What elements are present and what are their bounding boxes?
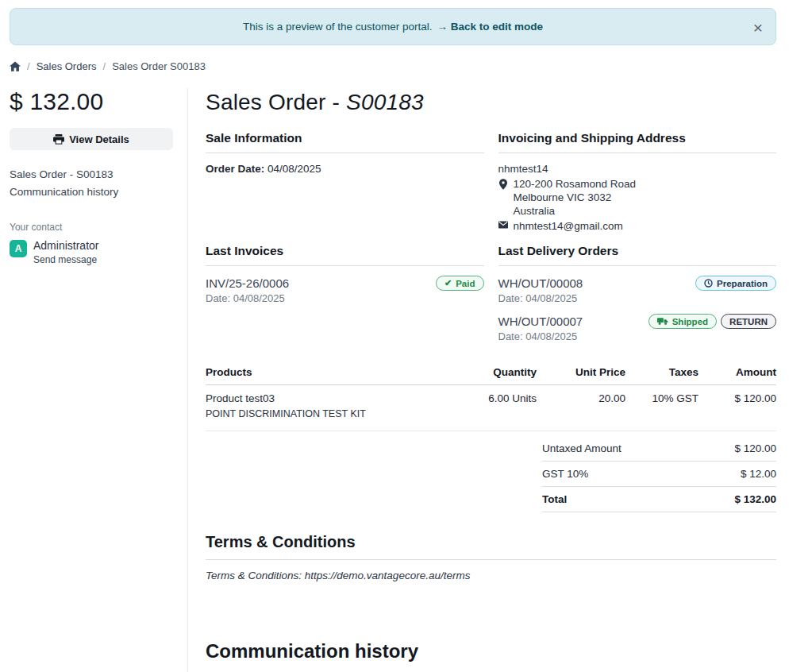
status-badge-paid: ✔ Paid bbox=[436, 276, 484, 291]
total-row: Total $ 132.00 bbox=[542, 487, 776, 512]
truck-icon bbox=[657, 317, 668, 326]
delivery-link[interactable]: WH/OUT/00007 bbox=[498, 315, 583, 328]
col-taxes: Taxes bbox=[625, 366, 698, 384]
delivery-date: Date: 04/08/2025 bbox=[498, 330, 777, 342]
customer-name: nhmtest14 bbox=[498, 163, 777, 176]
untaxed-amount-row: Untaxed Amount $ 120.00 bbox=[542, 436, 776, 462]
status-badge-shipped: Shipped bbox=[648, 314, 717, 329]
delivery-entry: WH/OUT/00008 Preparation Date: 04/ bbox=[498, 276, 777, 304]
delivery-link[interactable]: WH/OUT/00008 bbox=[498, 276, 583, 290]
order-amount: $ 132.00 bbox=[10, 88, 173, 115]
terms-text: Terms & Conditions: https://demo.vantage… bbox=[206, 570, 776, 581]
back-to-edit-link[interactable]: → Back to edit mode bbox=[437, 21, 544, 33]
view-details-label: View Details bbox=[69, 133, 129, 145]
last-deliveries-section: Last Delivery Orders WH/OUT/00008 Prepar… bbox=[498, 244, 777, 352]
order-document: Sales Order - S00183 Sale Information Or… bbox=[188, 88, 776, 672]
terms-section: Terms & Conditions Terms & Conditions: h… bbox=[206, 533, 776, 581]
badge-label: Shipped bbox=[672, 317, 708, 326]
product-quantity: 6.00 Units bbox=[449, 392, 537, 404]
badge-label: RETURN bbox=[729, 317, 768, 326]
col-unit-price: Unit Price bbox=[537, 366, 625, 384]
banner-message: This is a preview of the customer portal… bbox=[243, 21, 433, 33]
your-contact-label: Your contact bbox=[10, 222, 173, 233]
invoice-link[interactable]: INV/25-26/0006 bbox=[206, 276, 289, 290]
untaxed-amount-value: $ 120.00 bbox=[734, 442, 776, 454]
status-badge-return: RETURN bbox=[721, 314, 776, 329]
breadcrumb-separator: / bbox=[103, 60, 106, 72]
last-invoices-section: Last Invoices INV/25-26/0006 ✔ Paid Date… bbox=[206, 244, 484, 352]
breadcrumb-separator: / bbox=[27, 60, 30, 72]
tax-label: GST 10% bbox=[542, 468, 588, 480]
address-heading: Invoicing and Shipping Address bbox=[498, 131, 777, 153]
invoice-entry: INV/25-26/0006 ✔ Paid Date: 04/08/2025 bbox=[206, 276, 484, 304]
badge-label: Preparation bbox=[717, 279, 768, 288]
terms-heading: Terms & Conditions bbox=[206, 533, 776, 560]
contact-name: Administrator bbox=[33, 240, 98, 252]
breadcrumb-sales-orders[interactable]: Sales Orders bbox=[37, 60, 97, 72]
send-message-link[interactable]: Send message bbox=[33, 254, 97, 265]
customer-email[interactable]: nhmtest14@gmail.com bbox=[514, 220, 623, 233]
total-label: Total bbox=[542, 493, 567, 505]
col-amount: Amount bbox=[698, 366, 776, 384]
product-description: POINT DISCRIMINATION TEST KIT bbox=[206, 408, 776, 426]
printer-icon bbox=[53, 134, 64, 145]
envelope-icon bbox=[498, 220, 508, 229]
home-icon[interactable] bbox=[10, 61, 21, 71]
sidebar-link-communication-history[interactable]: Communication history bbox=[10, 185, 173, 199]
table-row: Product test03 6.00 Units 20.00 10% GST … bbox=[206, 385, 776, 431]
sale-information-section: Sale Information Order Date: 04/08/2025 bbox=[206, 131, 484, 233]
products-table-header: Products Quantity Unit Price Taxes Amoun… bbox=[206, 366, 776, 385]
delivery-date: Date: 04/08/2025 bbox=[498, 292, 777, 304]
tax-value: $ 12.00 bbox=[741, 468, 776, 480]
product-unit-price: 20.00 bbox=[537, 392, 625, 404]
location-pin-icon bbox=[498, 178, 508, 190]
check-icon: ✔ bbox=[444, 279, 452, 288]
preview-banner: This is a preview of the customer portal… bbox=[10, 8, 776, 45]
address-street: 120-200 Rosamond Road bbox=[514, 178, 637, 191]
communication-history-heading: Communication history bbox=[206, 640, 776, 662]
order-totals: Untaxed Amount $ 120.00 GST 10% $ 12.00 … bbox=[542, 436, 776, 512]
view-details-button[interactable]: View Details bbox=[10, 128, 173, 150]
title-prefix: Sales Order - bbox=[206, 90, 346, 114]
last-invoices-heading: Last Invoices bbox=[206, 244, 484, 266]
sidebar-link-sales-order[interactable]: Sales Order - S00183 bbox=[10, 168, 173, 182]
untaxed-amount-label: Untaxed Amount bbox=[542, 442, 622, 454]
badge-label: Paid bbox=[456, 279, 475, 288]
delivery-entry: WH/OUT/00007 Shipped RETURN bbox=[498, 314, 777, 342]
address-section: Invoicing and Shipping Address nhmtest14… bbox=[498, 131, 777, 233]
breadcrumb: / Sales Orders / Sales Order S00183 bbox=[10, 60, 776, 72]
portal-page: This is a preview of the customer portal… bbox=[10, 8, 776, 672]
status-badge-preparation: Preparation bbox=[695, 276, 776, 291]
sale-information-heading: Sale Information bbox=[206, 131, 484, 153]
product-name: Product test03 bbox=[206, 392, 449, 404]
contact-card: A Administrator Send message bbox=[10, 240, 173, 266]
address-city: Melbourne VIC 3032 bbox=[514, 191, 637, 204]
address-country: Australia bbox=[514, 205, 637, 218]
tax-row: GST 10% $ 12.00 bbox=[542, 462, 776, 487]
product-amount: $ 120.00 bbox=[698, 392, 776, 404]
clock-icon bbox=[704, 279, 713, 288]
invoice-date: Date: 04/08/2025 bbox=[206, 292, 484, 304]
col-products: Products bbox=[206, 366, 449, 384]
title-reference: S00183 bbox=[346, 90, 424, 114]
total-value: $ 132.00 bbox=[734, 493, 776, 505]
order-date-label: Order Date: bbox=[206, 163, 264, 175]
order-sidebar: $ 132.00 View Details Sales Order - S001… bbox=[10, 88, 188, 672]
order-date-value: 04/08/2025 bbox=[267, 163, 321, 175]
product-taxes: 10% GST bbox=[625, 392, 698, 404]
avatar: A bbox=[10, 240, 27, 257]
col-quantity: Quantity bbox=[449, 366, 537, 384]
breadcrumb-current: Sales Order S00183 bbox=[112, 60, 206, 72]
last-deliveries-heading: Last Delivery Orders bbox=[498, 244, 777, 266]
products-table: Products Quantity Unit Price Taxes Amoun… bbox=[206, 366, 776, 431]
close-icon[interactable]: × bbox=[753, 18, 763, 35]
page-title: Sales Order - S00183 bbox=[206, 90, 776, 115]
